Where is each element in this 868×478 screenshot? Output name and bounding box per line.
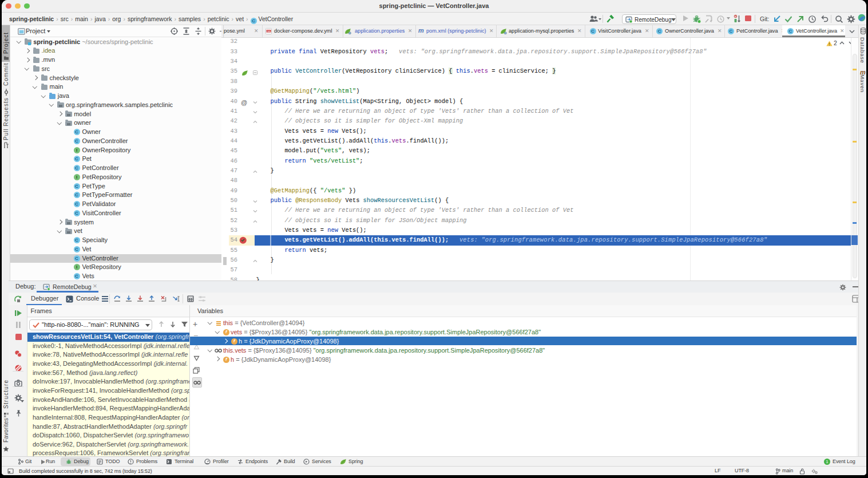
svg-text:YML: YML (267, 30, 271, 33)
